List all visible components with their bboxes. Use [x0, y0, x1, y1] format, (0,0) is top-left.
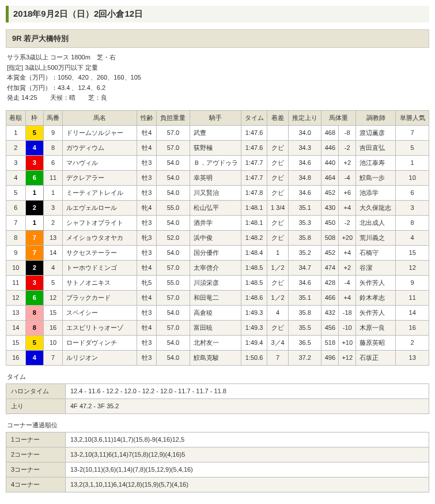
cell-horse-name: ルリジオン	[63, 350, 137, 365]
cell-margin: クビ	[267, 185, 288, 200]
cell-waku: 2	[25, 200, 43, 215]
corner-section-title: コーナー通過順位	[7, 421, 429, 430]
cell-bweight: 430	[321, 200, 339, 215]
cell-margin: クビ	[267, 155, 288, 170]
cell-sexage: 牡4	[137, 320, 157, 335]
cell-rank: 12	[6, 290, 26, 305]
cell-agari: 37.2	[288, 350, 321, 365]
race-title: 9R 若戸大橋特別	[6, 29, 429, 48]
cell-trainer: 石橋守	[356, 245, 396, 260]
col-sexage: 性齢	[137, 110, 157, 125]
cell-time: 1:48.1	[241, 215, 267, 230]
cell-pop: 2	[396, 335, 429, 350]
cell-trainer: 吉田直弘	[356, 140, 396, 155]
cell-rank: 5	[6, 185, 26, 200]
col-trainer: 調教師	[356, 110, 396, 125]
cell-rank: 7	[6, 215, 26, 230]
cell-bweight: 428	[321, 275, 339, 290]
cell-weight: 54.0	[157, 215, 190, 230]
cell-horse-name: サトノオニキス	[63, 275, 137, 290]
cell-time: 1:48.4	[241, 245, 267, 260]
cell-bdiff: -4	[339, 170, 356, 185]
cell-trainer: 藤原英昭	[356, 335, 396, 350]
cell-bweight: 468	[321, 125, 339, 140]
cell-sexage: 牡3	[137, 335, 157, 350]
cell-waku: 8	[25, 320, 43, 335]
cell-waku: 5	[25, 335, 43, 350]
cell-jockey: 富田暁	[190, 320, 241, 335]
cell-bweight: 446	[321, 140, 339, 155]
cell-bdiff: +12	[339, 350, 356, 365]
cell-pop: 3	[396, 200, 429, 215]
cell-waku: 1	[25, 215, 43, 230]
cell-margin: クビ	[267, 215, 288, 230]
cell-margin: クビ	[267, 275, 288, 290]
cell-agari: 35.2	[288, 245, 321, 260]
cell-rank: 8	[6, 230, 26, 245]
cell-weight: 54.0	[157, 155, 190, 170]
race-info-line: サラ系3歳以上 コース 1800m 芝・右	[7, 52, 429, 63]
agari-label: 上り	[6, 398, 66, 413]
cell-sexage: 牡3	[137, 245, 157, 260]
cell-trainer: 池江泰寿	[356, 155, 396, 170]
cell-margin	[267, 125, 288, 140]
cell-num: 5	[43, 275, 63, 290]
cell-sexage: 牝5	[137, 275, 157, 290]
cell-agari: 34.0	[288, 125, 321, 140]
cell-weight: 57.0	[157, 125, 190, 140]
cell-sexage: 牡3	[137, 215, 157, 230]
corner-table: 1コーナー13,2,10(3,6,11)14(1,7)(15,8)-9(4,16…	[6, 432, 429, 492]
time-section-title: タイム	[7, 373, 429, 381]
cell-bweight: 440	[321, 155, 339, 170]
cell-bdiff: -2	[339, 140, 356, 155]
time-table: ハロンタイム 12.4 - 11.6 - 12.2 - 12.0 - 12.2 …	[6, 383, 429, 414]
cell-time: 1:47.6	[241, 125, 267, 140]
cell-sexage: 牝3	[137, 230, 157, 245]
col-waku: 枠	[25, 110, 43, 125]
cell-jockey: 荻野極	[190, 140, 241, 155]
cell-num: 12	[43, 290, 63, 305]
cell-rank: 6	[6, 200, 26, 215]
cell-time: 1:48.2	[241, 230, 267, 245]
cell-trainer: 鮫島一歩	[356, 170, 396, 185]
cell-jockey: 高倉稜	[190, 305, 241, 320]
cell-pop: 16	[396, 320, 429, 335]
cell-trainer: 荒川義之	[356, 230, 396, 245]
cell-horse-name: ブラックカード	[63, 290, 137, 305]
cell-pop: 10	[396, 170, 429, 185]
cell-sexage: 牡3	[137, 185, 157, 200]
cell-rank: 10	[6, 260, 26, 275]
cell-weight: 54.0	[157, 170, 190, 185]
cell-margin: 1 3/4	[267, 200, 288, 215]
cell-num: 10	[43, 335, 63, 350]
col-time: タイム	[241, 110, 267, 125]
cell-weight: 57.0	[157, 290, 190, 305]
table-row: 336マハヴィル牡354.0Ｂ．アヴドゥラ1:47.7クビ34.6440+2池江…	[6, 155, 429, 170]
cell-jockey: 酒井学	[190, 215, 241, 230]
agari-value: 4F 47.2 - 3F 35.2	[66, 398, 429, 413]
cell-rank: 15	[6, 335, 26, 350]
cell-weight: 55.0	[157, 275, 190, 290]
cell-pop: 7	[396, 125, 429, 140]
cell-weight: 54.0	[157, 185, 190, 200]
corner-value: 13-2,10(3,11)6(1,14)7(15,8)(12,9)(4,16)5	[66, 447, 429, 462]
cell-rank: 1	[6, 125, 26, 140]
cell-pop: 13	[396, 350, 429, 365]
cell-agari: 35.1	[288, 290, 321, 305]
cell-agari: 35.3	[288, 215, 321, 230]
cell-waku: 2	[25, 260, 43, 275]
cell-time: 1:48.6	[241, 290, 267, 305]
cell-num: 9	[43, 125, 63, 140]
cell-jockey: 国分優作	[190, 245, 241, 260]
table-row: 15510ロードダヴィンチ牡354.0北村友一1:49.43／436.5518+…	[6, 335, 429, 350]
cell-sexage: 牡3	[137, 155, 157, 170]
cell-jockey: 浜中俊	[190, 230, 241, 245]
cell-horse-name: ミーティアトレイル	[63, 185, 137, 200]
cell-sexage: 牡3	[137, 350, 157, 365]
cell-num: 13	[43, 230, 63, 245]
cell-bweight: 496	[321, 350, 339, 365]
cell-jockey: 幸英明	[190, 170, 241, 185]
cell-horse-name: ルエヴェルロール	[63, 200, 137, 215]
table-row: 12612ブラックカード牡457.0和田竜二1:48.61／235.1466+4…	[6, 290, 429, 305]
col-margin: 着差	[267, 110, 288, 125]
